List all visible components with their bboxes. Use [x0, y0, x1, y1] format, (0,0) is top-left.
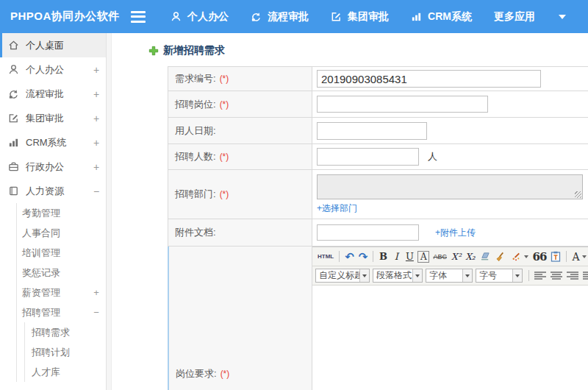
form-row-requirements: 岗位要求:(*) HTML ↶ ↷ B I U: [168, 247, 588, 390]
field-label: 需求编号:(*): [168, 67, 312, 91]
align-justify-button[interactable]: [581, 269, 588, 283]
sidebar-item-talent-pool[interactable]: 人才库: [25, 362, 106, 382]
sidebar-item-label: 集团审批: [26, 112, 87, 125]
strikethrough-button[interactable]: ABC: [431, 249, 449, 264]
redo-button[interactable]: ↷: [356, 249, 370, 264]
sidebar-item-label: 招聘管理: [22, 306, 87, 319]
sidebar-item-personal-office[interactable]: 个人办公 +: [0, 57, 106, 82]
expand-toggle[interactable]: +: [87, 287, 106, 298]
position-input[interactable]: [317, 96, 488, 113]
sidebar-item-process-approval[interactable]: 流程审批 +: [0, 82, 106, 106]
nav-group-approval[interactable]: 集团审批: [331, 10, 389, 24]
superscript-button[interactable]: X²: [449, 249, 463, 264]
sidebar-item-personal-desktop[interactable]: 个人桌面: [0, 33, 106, 57]
attachment-upload-link[interactable]: +附件上传: [435, 227, 476, 239]
caret-down-icon: [359, 269, 369, 282]
main-content: 新增招聘需求 需求编号:(*) 招聘岗位:(*): [112, 33, 588, 390]
expand-toggle[interactable]: +: [87, 64, 106, 76]
sidebar-item-group-approval[interactable]: 集团审批 +: [0, 106, 106, 130]
form-row-headcount: 招聘人数:(*) 人: [168, 144, 588, 170]
align-center-button[interactable]: [548, 269, 564, 283]
sidebar-item-attendance-mgmt[interactable]: 考勤管理: [17, 203, 106, 223]
nav-personal-office[interactable]: 个人办公: [171, 10, 229, 24]
sidebar-item-crm-system[interactable]: CRM系统 +: [0, 130, 106, 155]
collapse-toggle[interactable]: −: [87, 307, 106, 318]
bar-chart-icon: [7, 137, 19, 149]
expand-toggle[interactable]: +: [87, 137, 106, 149]
field-label: 用人日期:: [168, 118, 312, 143]
request-number-input[interactable]: [317, 70, 541, 88]
recruit-submenu: 招聘需求 招聘计划 人才库: [24, 322, 106, 382]
required-mark: (*): [220, 369, 230, 379]
hire-date-input[interactable]: [317, 122, 427, 140]
sidebar-item-human-resources[interactable]: 人力资源 −: [0, 179, 106, 203]
sidebar-item-hr-contract[interactable]: 人事合同: [17, 223, 106, 243]
nav-label: 流程审批: [268, 10, 309, 24]
font-size-dropdown[interactable]: 字号: [476, 269, 523, 283]
expand-toggle[interactable]: +: [87, 88, 106, 100]
font-family-dropdown[interactable]: 字体: [426, 269, 473, 283]
toolbar-separator: [339, 251, 340, 262]
more-apps-dropdown[interactable]: [557, 15, 566, 19]
nav-more-apps[interactable]: 更多应用: [494, 10, 535, 24]
sidebar-item-label: 培训管理: [22, 247, 106, 260]
sidebar-item-label: 考勤管理: [22, 207, 106, 220]
sidebar-item-label: 个人桌面: [26, 39, 106, 52]
expand-toggle[interactable]: +: [87, 161, 106, 173]
align-left-icon: [534, 271, 546, 280]
top-nav: 个人办公 流程审批 集团审批 CRM系统 更多应用: [171, 10, 588, 24]
sidebar-item-recruit-plan[interactable]: 招聘计划: [25, 342, 106, 362]
blockquote-button[interactable]: 66: [531, 249, 549, 264]
caret-down-icon: [524, 255, 528, 258]
recruitment-form: 需求编号:(*) 招聘岗位:(*) 用人日期:: [168, 66, 588, 390]
format-painter-button[interactable]: [509, 249, 531, 264]
edit-icon: [331, 11, 342, 22]
align-left-button[interactable]: [532, 269, 548, 283]
select-department-link[interactable]: +选择部门: [317, 202, 357, 215]
sidebar-scrollbar-track[interactable]: [107, 33, 112, 390]
paste-button[interactable]: [548, 249, 563, 264]
sidebar-item-admin-office[interactable]: 行政办公 +: [0, 155, 106, 179]
nav-label: CRM系统: [428, 10, 472, 24]
menu-toggle-icon[interactable]: [131, 11, 146, 23]
sidebar-item-label: 人事合同: [22, 227, 106, 240]
align-justify-icon: [583, 271, 588, 280]
home-icon: [7, 40, 19, 52]
edit-icon: [7, 113, 19, 124]
italic-button[interactable]: I: [390, 249, 403, 264]
process-icon: [251, 11, 262, 22]
font-color-button[interactable]: A: [570, 249, 588, 264]
page-title-text: 新增招聘需求: [163, 44, 225, 57]
undo-button[interactable]: ↶: [343, 249, 356, 264]
sidebar-item-reward-punishment[interactable]: 奖惩记录: [17, 263, 106, 283]
sidebar-item-training-mgmt[interactable]: 培训管理: [17, 243, 106, 263]
nav-crm-system[interactable]: CRM系统: [411, 10, 472, 24]
hr-book-icon: [7, 185, 19, 197]
html-source-button[interactable]: HTML: [315, 249, 336, 264]
sidebar-item-recruit-request[interactable]: 招聘需求: [25, 322, 106, 342]
clear-format-button[interactable]: [493, 249, 509, 264]
align-right-button[interactable]: [564, 269, 581, 283]
process-icon: [7, 88, 19, 100]
underline-button[interactable]: U: [403, 249, 416, 264]
font-style-button[interactable]: A: [417, 251, 429, 263]
sidebar-item-salary-mgmt[interactable]: 薪资管理 +: [17, 283, 106, 302]
sidebar-item-label: 流程审批: [26, 88, 87, 101]
heading-dropdown[interactable]: 自定义标题: [315, 269, 370, 283]
resize-handle[interactable]: [575, 191, 581, 198]
subscript-button[interactable]: X₂: [463, 249, 477, 264]
department-textarea[interactable]: [317, 174, 583, 199]
field-label: 岗位要求:(*): [169, 247, 312, 390]
field-label: 招聘岗位:(*): [168, 91, 312, 117]
clipboard-icon: [551, 251, 561, 262]
eraser-button[interactable]: [478, 249, 493, 264]
expand-toggle[interactable]: +: [87, 113, 106, 124]
editor-content-area[interactable]: [312, 286, 588, 390]
attachment-input[interactable]: [317, 224, 419, 241]
bold-button[interactable]: B: [376, 249, 390, 264]
nav-process-approval[interactable]: 流程审批: [251, 10, 309, 24]
sidebar-item-recruit-mgmt[interactable]: 招聘管理 −: [17, 302, 106, 322]
collapse-toggle[interactable]: −: [87, 185, 106, 197]
paragraph-format-dropdown[interactable]: 段落格式: [373, 269, 423, 283]
headcount-input[interactable]: [317, 148, 419, 166]
